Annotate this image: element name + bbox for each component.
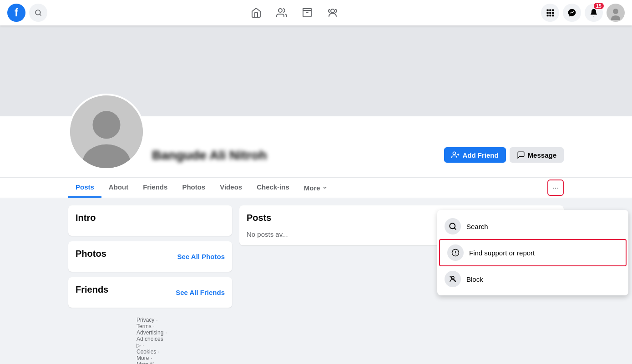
dropdown-search-item[interactable]: Search [437,214,628,239]
footer-adchoices-link[interactable]: Ad choices ▷ [137,336,163,349]
tab-about[interactable]: About [101,178,136,198]
friends-nav-button[interactable] [271,2,293,24]
footer-more-link[interactable]: More [137,355,149,361]
profile-actions: Add Friend Message [444,147,564,163]
footer-cookies-link[interactable]: Cookies [137,349,156,355]
svg-line-28 [450,276,455,282]
profile-name: Bangude Ali Nitroh [152,148,267,163]
dropdown-report-item[interactable]: Find support or report [439,239,627,266]
svg-point-17 [93,111,121,139]
tab-photos[interactable]: Photos [175,178,212,198]
footer-privacy-link[interactable]: Privacy [137,317,154,323]
left-column: Intro Photos See All Photos Friends See … [68,205,232,364]
groups-nav-button[interactable] [322,2,344,24]
home-icon [251,7,262,18]
messenger-button[interactable] [563,4,581,22]
svg-rect-11 [549,15,551,16]
bell-icon [589,8,598,17]
message-button[interactable]: Message [510,147,564,163]
notifications-button[interactable]: 15 [585,4,603,22]
svg-line-1 [40,14,41,15]
grid-icon [546,8,555,17]
message-icon [517,151,525,159]
footer: Privacy· Terms· Advertising· Ad choices … [68,313,232,364]
tab-posts[interactable]: Posts [68,178,101,198]
dropdown-search-icon [445,218,461,234]
dropdown-block-item[interactable]: Block [437,266,628,292]
profile-tabs: Posts About Friends Photos Videos Check-… [0,178,632,198]
footer-advertising-link[interactable]: Advertising [137,329,163,336]
svg-rect-10 [547,15,549,16]
tab-checkins[interactable]: Check-ins [249,178,297,198]
tab-more-button[interactable]: More [297,180,335,195]
add-friend-icon [451,151,460,159]
top-nav: f [0,0,632,25]
footer-terms-link[interactable]: Terms [137,323,152,329]
apps-button[interactable] [541,4,559,22]
friends-icon [276,7,287,18]
see-all-friends-link[interactable]: See All Friends [176,289,225,296]
user-avatar-icon [608,5,623,20]
svg-rect-6 [552,10,554,11]
add-friend-button[interactable]: Add Friend [444,147,506,163]
notification-badge: 15 [594,3,604,9]
svg-rect-7 [547,12,549,14]
marketplace-nav-button[interactable] [296,2,318,24]
profile-area: Bangude Ali Nitroh Add Friend Message [0,25,632,198]
svg-point-14 [613,9,618,14]
svg-line-23 [454,228,455,229]
search-button[interactable] [29,4,47,22]
tab-videos[interactable]: Videos [212,178,249,198]
svg-rect-5 [549,10,551,11]
dropdown-block-icon [445,271,461,287]
svg-point-3 [331,9,334,13]
svg-rect-8 [549,12,551,14]
profile-avatar-button[interactable] [607,4,625,22]
home-nav-button[interactable] [245,2,267,24]
svg-rect-12 [552,15,554,16]
profile-info-row: Bangude Ali Nitroh Add Friend Message [0,94,632,178]
marketplace-icon [302,7,313,18]
tab-friends[interactable]: Friends [136,178,175,198]
nav-center [245,2,344,24]
profile-avatar-icon [70,94,143,170]
messenger-icon [567,8,576,17]
dropdown-report-icon [447,244,464,261]
svg-point-19 [453,152,456,155]
nav-right: 15 [541,4,625,22]
intro-card: Intro [68,205,232,236]
profile-name-actions: Bangude Ali Nitroh Add Friend Message [145,147,564,170]
friends-card: Friends See All Friends [68,277,232,308]
photos-card-header: Photos See All Photos [76,249,225,264]
photos-card: Photos See All Photos [68,241,232,272]
nav-left: f [7,4,47,22]
groups-icon [327,7,338,18]
facebook-logo: f [7,4,25,22]
chevron-down-icon [322,185,328,190]
profile-avatar [68,94,145,170]
friends-card-header: Friends See All Friends [76,284,225,300]
more-options-button[interactable]: ··· [547,180,564,196]
svg-rect-4 [547,10,549,11]
see-all-photos-link[interactable]: See All Photos [177,253,225,260]
svg-rect-9 [552,12,554,14]
search-icon [35,9,42,16]
svg-point-2 [278,9,282,12]
dropdown-menu: Search Find support or report Block [437,210,628,295]
